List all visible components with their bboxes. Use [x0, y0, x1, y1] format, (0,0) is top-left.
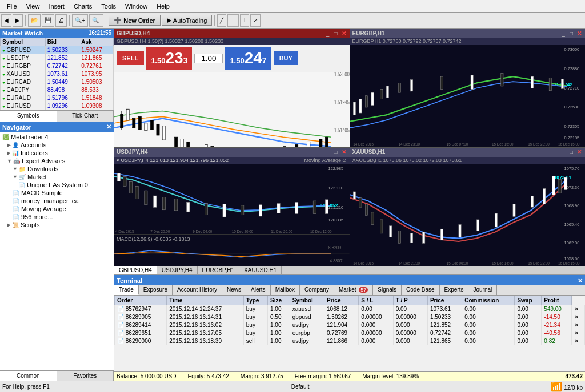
- terminal-tab-news[interactable]: News: [222, 285, 246, 295]
- terminal-tab-trade[interactable]: Trade: [114, 285, 139, 295]
- nav-indicators[interactable]: ▶ 📊 Indicators: [1, 149, 113, 157]
- chart-xauusd-body[interactable]: 1075.70 1072.30 1068.90 1065.40 1062.00 …: [350, 164, 586, 266]
- order-close[interactable]: ✕: [572, 313, 585, 321]
- toolbar-zoom-in[interactable]: 🔍+: [72, 14, 88, 27]
- lot-input[interactable]: [194, 54, 223, 63]
- chart-gbpusd-body[interactable]: SELL 1.50 233 1.50 247: [114, 45, 350, 147]
- chart-gbpusd-minimize[interactable]: _: [324, 30, 331, 37]
- terminal-tab-company[interactable]: Company: [300, 285, 334, 295]
- mw-row-eurusd[interactable]: ● EURUSD 1.09296 1.09308: [1, 102, 114, 110]
- chart-eurgbp-maximize[interactable]: □: [568, 30, 575, 37]
- toolbar-zoom-out[interactable]: 🔍-: [89, 14, 103, 27]
- chart-tab-eurgbp[interactable]: EURGBP,H1: [198, 266, 240, 274]
- menu-window[interactable]: Window: [121, 2, 152, 11]
- toolbar-print[interactable]: 🖨: [55, 14, 67, 27]
- order-close[interactable]: ✕: [572, 337, 585, 345]
- chart-usdjpy-body[interactable]: 122.985 122.110 121.210 120.335 121.852: [114, 164, 350, 266]
- toolbar-forward[interactable]: ▶: [13, 14, 23, 27]
- menu-help[interactable]: Help: [152, 2, 174, 11]
- chart-gbpusd-maximize[interactable]: □: [332, 30, 339, 37]
- table-row[interactable]: 📄 86289414 2015.12.16 16:16:02 buy 1.00 …: [115, 321, 585, 329]
- toolbar-back[interactable]: ◀: [1, 14, 11, 27]
- svg-rect-49: [398, 83, 400, 92]
- toolbar-arrow[interactable]: ↗: [250, 14, 261, 27]
- chart-eurgbp-body[interactable]: 0.73050 0.72880 0.72710 0.72530 0.72355 …: [350, 45, 586, 147]
- autotrading-button[interactable]: ▶ AutoTrading: [162, 15, 213, 26]
- order-close[interactable]: ✕: [572, 305, 585, 313]
- table-row[interactable]: 📄 85762947 2015.12.14 12:24:37 buy 1.00 …: [115, 305, 585, 313]
- chart-usdjpy-close[interactable]: ✕: [340, 149, 347, 155]
- table-row[interactable]: 📄 86290000 2015.12.16 16:18:30 sell 1.00…: [115, 337, 585, 345]
- nav-moving-avg[interactable]: 📄 Moving Average: [1, 205, 113, 213]
- new-order-button[interactable]: ➕ New Order: [109, 15, 161, 26]
- mw-tab-symbols[interactable]: Symbols: [0, 111, 57, 122]
- nav-money-manager[interactable]: 📄 money_manager_ea: [1, 197, 113, 205]
- table-row[interactable]: 📄 86289651 2015.12.16 16:17:05 buy 1.00 …: [115, 329, 585, 337]
- chart-xauusd-maximize[interactable]: □: [568, 149, 575, 155]
- order-close[interactable]: ✕: [572, 321, 585, 329]
- nav-macd[interactable]: 📄 MACD Sample: [1, 189, 113, 197]
- sell-button[interactable]: SELL: [117, 51, 144, 65]
- nav-downloads[interactable]: ▼ 📁 Downloads: [1, 165, 113, 173]
- nav-tab-common[interactable]: Common: [0, 371, 57, 381]
- mw-row-usdjpy[interactable]: ● USDJPY 121.852 121.865: [1, 54, 114, 62]
- table-row[interactable]: 📄 86289005 2015.12.16 16:14:31 buy 0.50 …: [115, 313, 585, 321]
- toolbar-text[interactable]: T: [240, 14, 249, 27]
- navigator-close-icon[interactable]: ✕: [106, 123, 111, 131]
- nav-more[interactable]: 📄 956 more...: [1, 213, 113, 221]
- nav-accounts[interactable]: ▶ 👤 Accounts: [1, 141, 113, 149]
- chart-xauusd-titlebar: XAUUSD,H1 _ □ ✕: [350, 148, 586, 157]
- terminal-tab-experts[interactable]: Experts: [440, 285, 469, 295]
- chart-xauusd-close[interactable]: ✕: [576, 149, 583, 155]
- nav-scripts[interactable]: ▶ 📜 Scripts: [1, 221, 113, 229]
- chart-usdjpy-maximize[interactable]: □: [332, 149, 339, 155]
- terminal-tab-mailbox[interactable]: Mailbox: [271, 285, 300, 295]
- toolbar-hline[interactable]: —: [227, 14, 239, 27]
- nav-market[interactable]: ▼ 🛒 Market: [1, 173, 113, 181]
- terminal-tab-account-history[interactable]: Account History: [173, 285, 222, 295]
- menu-tools[interactable]: Tools: [97, 2, 121, 11]
- order-close[interactable]: ✕: [572, 329, 585, 337]
- menu-charts[interactable]: Charts: [69, 2, 97, 11]
- chart-eurgbp-close[interactable]: ✕: [576, 30, 583, 37]
- mw-row-gbpusd[interactable]: ● GBPUSD 1.50233 1.50247: [1, 46, 114, 54]
- mw-col-ask: Ask: [79, 38, 114, 46]
- nav-ea-expand: ▼: [7, 158, 12, 164]
- terminal-tab-alerts[interactable]: Alerts: [246, 285, 271, 295]
- mw-row-euraud[interactable]: ● EURAUD 1.51796 1.51848: [1, 94, 114, 102]
- chart-tab-usdjpy[interactable]: USDJPY,H4: [157, 266, 198, 274]
- toolbar-line[interactable]: ╱: [217, 14, 226, 27]
- terminal-tab-signals[interactable]: Signals: [373, 285, 402, 295]
- terminal-tab-codebase[interactable]: Code Base: [402, 285, 439, 295]
- menu-insert[interactable]: Insert: [44, 2, 69, 11]
- mw-row-eurgbp[interactable]: ● EURGBP 0.72742 0.72761: [1, 62, 114, 70]
- chart-eurgbp-minimize[interactable]: _: [560, 30, 567, 37]
- nav-expert-advisors[interactable]: ▼ 🤖 Expert Advisors: [1, 157, 113, 165]
- chart-gbpusd-close[interactable]: ✕: [340, 30, 347, 37]
- chart-tab-xauusd[interactable]: XAUUSD,H1: [239, 266, 282, 274]
- toolbar-open[interactable]: 📂: [28, 14, 41, 27]
- mw-row-xauusd[interactable]: ● XAUUSD 1073.61 1073.95: [1, 70, 114, 78]
- toolbar-save[interactable]: 💾: [42, 14, 54, 27]
- nav-unique-ea[interactable]: 📄 Unique EAs System 0.: [1, 181, 113, 189]
- chart-xauusd-minimize[interactable]: _: [560, 149, 567, 155]
- nav-metatrader4[interactable]: 💹 MetaTrader 4: [1, 133, 113, 141]
- menu-file[interactable]: File: [2, 2, 22, 11]
- buy-button[interactable]: BUY: [274, 51, 298, 65]
- nav-mt4-label: MetaTrader 4: [11, 134, 49, 140]
- terminal-tab-market[interactable]: Market 57: [334, 285, 373, 295]
- nav-tab-favorites[interactable]: Favorites: [57, 371, 114, 381]
- svg-rect-55: [549, 78, 551, 90]
- mw-row-cadjpy[interactable]: ● CADJPY 88.498 88.533: [1, 86, 114, 94]
- chart-usdjpy-minimize[interactable]: _: [324, 149, 331, 155]
- mw-tab-tickchart[interactable]: Tick Chart: [57, 111, 114, 122]
- svg-rect-56: [561, 79, 563, 89]
- chart-tab-gbpusd[interactable]: GBPUSD,H4: [114, 266, 157, 274]
- chart-usdjpy-info: ▾ USDJPY,H4 121.813 121.904 121.796 121.…: [114, 157, 350, 164]
- terminal-tab-exposure[interactable]: Exposure: [139, 285, 173, 295]
- terminal-tab-journal[interactable]: Journal: [468, 285, 497, 295]
- mw-row-eurcad[interactable]: ● EURCAD 1.50449 1.50503: [1, 78, 114, 86]
- nav-indicators-icon: 📊: [12, 150, 19, 156]
- menu-view[interactable]: View: [22, 2, 45, 11]
- terminal-close[interactable]: ✕: [578, 277, 583, 285]
